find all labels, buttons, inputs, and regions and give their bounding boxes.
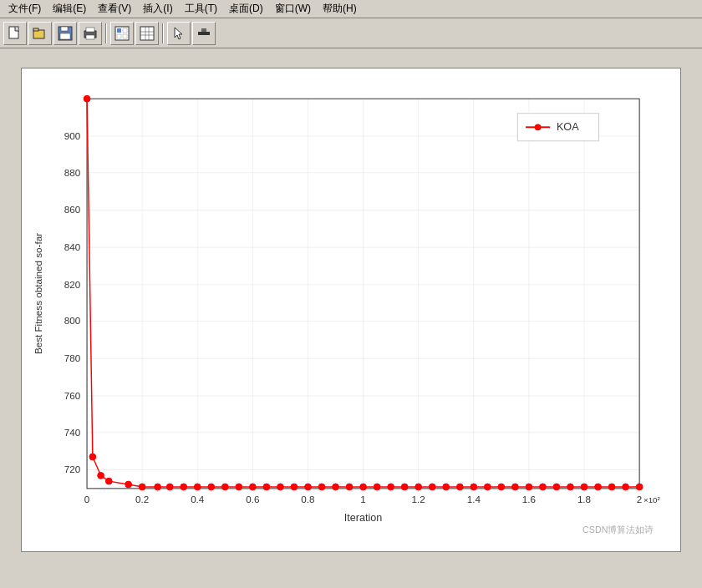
svg-text:0.6: 0.6 <box>246 494 259 504</box>
svg-point-71 <box>98 472 104 479</box>
svg-point-113 <box>535 124 542 130</box>
svg-text:900: 900 <box>64 130 81 141</box>
sep-1 <box>105 23 107 43</box>
svg-text:Iteration: Iteration <box>344 512 383 524</box>
svg-text:760: 760 <box>64 390 81 401</box>
svg-text:1.2: 1.2 <box>412 494 425 504</box>
svg-rect-7 <box>86 28 94 32</box>
chart-container: 720 740 760 780 800 820 840 860 880 900 … <box>21 68 681 552</box>
svg-point-92 <box>388 484 394 490</box>
svg-text:880: 880 <box>64 167 81 178</box>
main-content: 720 740 760 780 800 820 840 860 880 900 … <box>0 48 702 571</box>
svg-point-97 <box>456 484 463 490</box>
svg-point-81 <box>236 484 242 490</box>
svg-point-87 <box>318 484 325 490</box>
svg-point-72 <box>105 478 112 484</box>
svg-rect-10 <box>117 28 121 33</box>
svg-point-104 <box>553 484 560 490</box>
svg-point-74 <box>139 484 145 490</box>
svg-point-88 <box>333 484 339 490</box>
svg-point-94 <box>415 484 422 490</box>
svg-point-90 <box>360 484 367 490</box>
svg-text:1.4: 1.4 <box>467 494 481 504</box>
toolbar <box>0 18 702 48</box>
svg-point-110 <box>636 484 643 490</box>
svg-point-101 <box>511 484 518 490</box>
open-file-button[interactable] <box>28 22 52 45</box>
svg-text:860: 860 <box>64 204 81 215</box>
svg-rect-11 <box>123 28 127 33</box>
menu-file[interactable]: 文件(F) <box>3 0 46 18</box>
svg-text:0.8: 0.8 <box>301 494 314 504</box>
menu-view[interactable]: 查看(V) <box>93 0 136 18</box>
svg-rect-12 <box>117 34 121 38</box>
svg-point-89 <box>346 484 353 490</box>
svg-text:800: 800 <box>64 315 81 326</box>
svg-point-109 <box>623 484 629 490</box>
zoom-button[interactable] <box>110 22 134 45</box>
svg-point-86 <box>305 484 312 490</box>
svg-text:Best Fitness obtained so-far: Best Fitness obtained so-far <box>33 233 43 354</box>
svg-rect-13 <box>123 34 127 38</box>
svg-point-106 <box>581 484 588 490</box>
new-file-button[interactable] <box>3 22 27 45</box>
menu-desktop[interactable]: 桌面(D) <box>224 0 268 18</box>
brush-button[interactable] <box>192 22 216 45</box>
svg-point-70 <box>89 454 96 460</box>
svg-point-76 <box>166 484 173 490</box>
svg-text:1: 1 <box>360 494 365 504</box>
cursor-button[interactable] <box>167 22 191 45</box>
svg-point-80 <box>221 484 228 490</box>
svg-text:740: 740 <box>64 427 81 438</box>
svg-point-103 <box>540 484 547 490</box>
svg-text:1.6: 1.6 <box>522 494 536 504</box>
menu-tools[interactable]: 工具(T) <box>180 0 222 18</box>
svg-point-77 <box>181 484 187 490</box>
svg-rect-0 <box>9 27 18 38</box>
svg-point-75 <box>155 484 161 490</box>
menu-bar: 文件(F) 编辑(E) 查看(V) 插入(I) 工具(T) 桌面(D) 窗口(W… <box>0 0 702 18</box>
svg-text:0: 0 <box>84 494 90 504</box>
menu-window[interactable]: 窗口(W) <box>270 0 316 18</box>
svg-point-98 <box>471 484 477 490</box>
save-file-button[interactable] <box>53 22 77 45</box>
svg-text:0.2: 0.2 <box>135 494 149 504</box>
svg-rect-4 <box>61 27 68 31</box>
svg-point-99 <box>484 484 491 490</box>
svg-text:×10²: ×10² <box>644 495 660 504</box>
grid-button[interactable] <box>135 22 159 45</box>
svg-text:780: 780 <box>64 352 81 363</box>
svg-text:820: 820 <box>64 279 81 290</box>
svg-point-82 <box>249 484 256 490</box>
svg-point-69 <box>84 95 90 102</box>
svg-rect-5 <box>60 33 70 39</box>
svg-point-84 <box>277 484 284 490</box>
svg-point-73 <box>125 481 132 488</box>
svg-point-78 <box>194 484 201 490</box>
menu-help[interactable]: 帮助(H) <box>318 0 362 18</box>
svg-point-108 <box>608 484 615 490</box>
svg-rect-21 <box>201 28 206 32</box>
sep-2 <box>162 23 164 43</box>
print-button[interactable] <box>79 22 102 45</box>
svg-point-83 <box>263 484 270 490</box>
watermark: CSDN博算法如诗 <box>582 525 654 535</box>
svg-text:KOA: KOA <box>557 121 579 133</box>
svg-point-102 <box>526 484 532 490</box>
svg-rect-8 <box>86 35 94 39</box>
svg-point-85 <box>291 484 298 490</box>
menu-edit[interactable]: 编辑(E) <box>48 0 91 18</box>
svg-text:0.4: 0.4 <box>191 494 205 504</box>
menu-insert[interactable]: 插入(I) <box>138 0 177 18</box>
svg-text:840: 840 <box>64 241 81 252</box>
svg-point-93 <box>401 484 408 490</box>
svg-rect-20 <box>198 32 210 35</box>
chart-svg: 720 740 760 780 800 820 840 860 880 900 … <box>30 77 672 543</box>
svg-point-105 <box>567 484 574 490</box>
svg-point-91 <box>374 484 380 490</box>
svg-text:2: 2 <box>637 494 642 504</box>
svg-point-96 <box>443 484 450 490</box>
svg-point-79 <box>208 484 215 490</box>
svg-point-100 <box>498 484 505 490</box>
svg-text:1.8: 1.8 <box>577 494 591 504</box>
